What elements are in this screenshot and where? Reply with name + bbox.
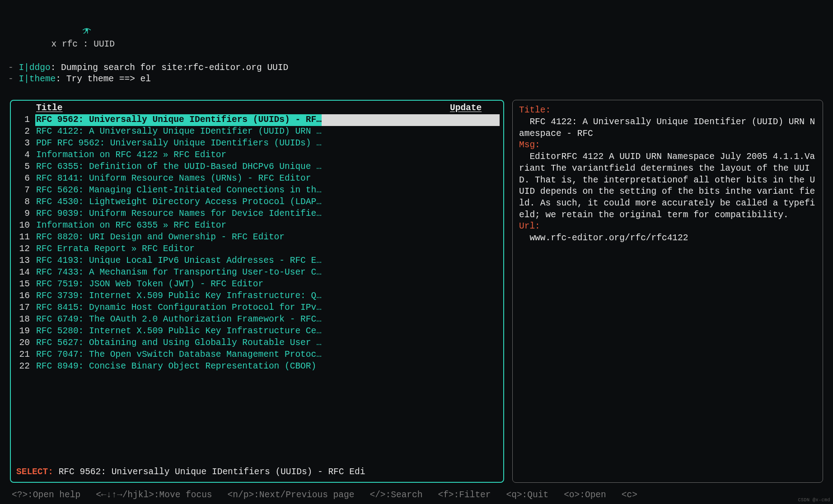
row-title: RFC 4122: A Universally Unique IDentifie… [35,126,450,138]
hint-filter: <f>:Filter [438,490,491,501]
hint-page: <n/p>:Next/Previous page [228,490,355,501]
list-row[interactable]: 19RFC 5280: Internet X.509 Public Key In… [14,326,500,337]
row-number: 16 [14,290,35,302]
row-title: RFC 6355: Definition of the UUID-Based D… [35,161,450,173]
list-row[interactable]: 17RFC 8415: Dynamic Host Configuration P… [14,302,500,314]
row-title: RFC 7433: A Mechanism for Transporting U… [35,267,450,279]
detail-url-value: www.rfc-editor.org/rfc/rfc4122 [519,233,816,244]
command-line: x rfc : UUID [8,4,827,62]
row-number: 3 [14,138,35,149]
hint-quit: <q>:Quit [506,490,549,501]
detail-msg-label: Msg [519,140,535,150]
list-row[interactable]: 20RFC 5627: Obtaining and Using Globally… [14,337,500,349]
select-label: SELECT [16,467,48,477]
row-number: 21 [14,349,35,361]
hint-search: </>:Search [370,490,422,501]
row-number: 11 [14,232,35,243]
list-row[interactable]: 12RFC Errata Report » RFC Editor [14,243,500,255]
row-title: RFC 5280: Internet X.509 Public Key Infr… [35,326,450,337]
list-row[interactable]: 21RFC 7047: The Open vSwitch Database Ma… [14,349,500,361]
list-row[interactable]: 11RFC 8820: URI Design and Ownership - R… [14,232,500,243]
terminal-screen: x rfc : UUID - I|ddgo: Dumping search fo… [0,0,833,504]
hint-help: <?>:Open help [12,490,80,501]
list-row[interactable]: 7RFC 5626: Managing Client-Initiated Con… [14,185,500,196]
row-title: RFC 9562: Universally Unique IDentifiers… [35,114,322,126]
row-title: RFC 8141: Uniform Resource Names (URNs) … [35,173,450,185]
log-line-1: - I|ddgo: Dumping search for site:rfc-ed… [8,62,827,74]
row-title: RFC 3739: Internet X.509 Public Key Infr… [35,290,450,302]
row-title: RFC 8415: Dynamic Host Configuration Pro… [35,302,450,314]
list-row[interactable]: 15RFC 7519: JSON Web Token (JWT) - RFC E… [14,279,500,290]
column-header-update: Update [450,103,500,114]
detail-msg-value: EditorRFC 4122 A UUID URN Namespace July… [519,151,816,221]
row-title: Information on RFC 4122 » RFC Editor [35,149,450,161]
detail-panel: Title: RFC 4122: A Universally Unique ID… [512,100,823,483]
row-number: 12 [14,243,35,255]
row-number: 4 [14,149,35,161]
detail-title-label: Title [519,105,546,115]
row-number: 15 [14,279,35,290]
list-row[interactable]: 3PDF RFC 9562: Universally Unique IDenti… [14,138,500,149]
row-number: 13 [14,255,35,267]
list-row[interactable]: 4Information on RFC 4122 » RFC Editor [14,149,500,161]
log-area: x rfc : UUID - I|ddgo: Dumping search fo… [6,4,827,85]
row-number: 20 [14,337,35,349]
row-number: 5 [14,161,35,173]
row-number: 1 [14,114,35,126]
row-title: RFC 7047: The Open vSwitch Database Mana… [35,349,450,361]
list-row[interactable]: 2RFC 4122: A Universally Unique IDentifi… [14,126,500,138]
row-title: RFC 8820: URI Design and Ownership - RFC… [35,232,450,243]
hint-move: <←↓↑→/hjkl>:Move focus [96,490,212,501]
row-title: RFC 5627: Obtaining and Using Globally R… [35,337,450,349]
command-text: x rfc : UUID [51,39,115,49]
row-number: 14 [14,267,35,279]
list-row[interactable]: 16RFC 3739: Internet X.509 Public Key In… [14,290,500,302]
list-row[interactable]: 13RFC 4193: Unique Local IPv6 Unicast Ad… [14,255,500,267]
hint-open: <o>:Open [564,490,606,501]
row-number: 6 [14,173,35,185]
row-number: 2 [14,126,35,138]
row-title: RFC 9039: Uniform Resource Names for Dev… [35,208,450,220]
detail-title-value: RFC 4122: A Universally Unique IDentifie… [519,117,816,140]
list-row[interactable]: 18RFC 6749: The OAuth 2.0 Authorization … [14,314,500,326]
detail-url-label: Url [519,221,535,231]
row-title: RFC 5626: Managing Client-Initiated Conn… [35,185,450,196]
horus-icon [40,15,51,51]
row-number: 7 [14,185,35,196]
row-number: 9 [14,208,35,220]
row-title: RFC Errata Report » RFC Editor [35,243,450,255]
row-title: RFC 8949: Concise Binary Object Represen… [35,361,450,373]
row-title: RFC 7519: JSON Web Token (JWT) - RFC Edi… [35,279,450,290]
row-number: 19 [14,326,35,337]
hint-c: <c> [622,490,637,501]
list-row[interactable]: 22RFC 8949: Concise Binary Object Repres… [14,361,500,373]
results-list-panel[interactable]: Title Update 1RFC 9562: Universally Uniq… [10,100,504,483]
list-row[interactable]: 8RFC 4530: Lightweight Directory Access … [14,196,500,208]
select-value: RFC 9562: Universally Unique IDentifiers… [59,467,365,477]
row-title: RFC 4530: Lightweight Directory Access P… [35,196,450,208]
list-row[interactable]: 1RFC 9562: Universally Unique IDentifier… [14,114,500,126]
row-title: RFC 4193: Unique Local IPv6 Unicast Addr… [35,255,450,267]
row-number: 22 [14,361,35,373]
list-row[interactable]: 10Information on RFC 6355 » RFC Editor [14,220,500,232]
watermark: CSDN @x-cmd [798,497,830,503]
row-title: RFC 6749: The OAuth 2.0 Authorization Fr… [35,314,450,326]
list-row[interactable]: 14RFC 7433: A Mechanism for Transporting… [14,267,500,279]
row-title: PDF RFC 9562: Universally Unique IDentif… [35,138,450,149]
row-number: 10 [14,220,35,232]
svg-point-0 [86,29,88,31]
select-bar: SELECT: RFC 9562: Universally Unique IDe… [11,464,503,482]
row-number: 8 [14,196,35,208]
row-number: 17 [14,302,35,314]
list-row[interactable]: 6RFC 8141: Uniform Resource Names (URNs)… [14,173,500,185]
row-number: 18 [14,314,35,326]
footer-hints: <?>:Open help <←↓↑→/hjkl>:Move focus <n/… [0,490,833,501]
list-body[interactable]: 1RFC 9562: Universally Unique IDentifier… [11,114,503,464]
log-line-2: - I|theme: Try theme ==> el [8,74,827,85]
column-header-title: Title [35,103,450,114]
list-row[interactable]: 5RFC 6355: Definition of the UUID-Based … [14,161,500,173]
list-row[interactable]: 9RFC 9039: Uniform Resource Names for De… [14,208,500,220]
list-header: Title Update [11,101,503,114]
row-title: Information on RFC 6355 » RFC Editor [35,220,450,232]
